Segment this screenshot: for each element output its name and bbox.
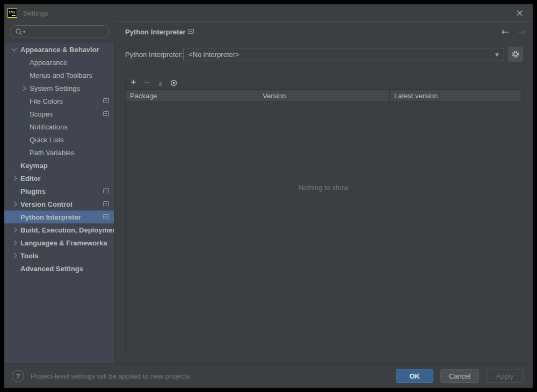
remove-package-button: − xyxy=(140,76,154,89)
close-icon[interactable]: × xyxy=(516,8,524,18)
chevron-right-icon[interactable] xyxy=(12,228,17,233)
empty-text: Nothing to show xyxy=(126,184,521,192)
sidebar-item-label: Languages & Frameworks xyxy=(20,239,107,247)
dialog-buttons: OK Cancel Apply xyxy=(396,369,524,383)
sidebar-item-path-variables[interactable]: Path Variables xyxy=(4,146,114,159)
sidebar-item-file-colors[interactable]: File Colors xyxy=(4,95,114,107)
project-scope-icon xyxy=(103,188,109,193)
packages-panel: + − ▲ PackageVersionLatest version Nothi… xyxy=(125,76,521,352)
sidebar-item-menus-and-toolbars[interactable]: Menus and Toolbars xyxy=(4,69,114,82)
sidebar-item-notifications[interactable]: Notifications xyxy=(4,120,114,133)
ok-button[interactable]: OK xyxy=(396,369,433,383)
project-scope-icon xyxy=(103,98,109,103)
settings-tree: Appearance & BehaviorAppearanceMenus and… xyxy=(4,43,114,364)
packages-table-body: Nothing to show xyxy=(126,102,521,352)
interpreter-select[interactable]: <No interpreter> ▼ xyxy=(183,48,504,61)
upgrade-package-button: ▲ xyxy=(154,76,167,89)
sidebar-item-python-interpreter[interactable]: Python Interpreter xyxy=(4,210,114,223)
sidebar-item-label: Notifications xyxy=(30,123,68,131)
sidebar-item-advanced-settings[interactable]: Advanced Settings xyxy=(4,262,114,275)
chevron-right-icon[interactable] xyxy=(21,86,26,91)
sidebar-item-label: File Colors xyxy=(30,97,63,105)
page-title: Python Interpreter xyxy=(125,28,186,36)
sidebar-item-version-control[interactable]: Version Control xyxy=(4,198,114,210)
chevron-right-icon[interactable] xyxy=(12,253,17,258)
column-header-package[interactable]: Package xyxy=(126,90,258,101)
sidebar-item-appearance[interactable]: Appearance xyxy=(4,56,114,69)
sidebar-item-label: Version Control xyxy=(20,200,72,208)
project-scope-icon xyxy=(103,214,109,219)
sidebar-item-plugins[interactable]: Plugins xyxy=(4,185,114,198)
interpreter-value: <No interpreter> xyxy=(188,50,240,59)
forward-icon: → xyxy=(518,26,525,37)
sidebar-item-appearance-behavior[interactable]: Appearance & Behavior xyxy=(4,43,114,56)
chevron-right-icon[interactable] xyxy=(12,202,17,207)
add-package-button[interactable]: + xyxy=(127,76,140,89)
packages-toolbar: + − ▲ xyxy=(126,76,521,89)
window-title: Settings xyxy=(23,9,48,17)
project-scope-icon xyxy=(188,29,194,34)
back-icon[interactable]: ← xyxy=(502,26,509,37)
gear-icon xyxy=(511,50,520,59)
interpreter-label: Python Interpreter: xyxy=(125,50,183,59)
logo-text: PC xyxy=(9,10,16,14)
sidebar-item-label: Scopes xyxy=(30,110,53,118)
settings-window: PC Settings × ▾ Appearance & Beha xyxy=(4,4,533,388)
gear-button[interactable] xyxy=(508,47,523,62)
sidebar-item-label: Keymap xyxy=(20,162,48,170)
column-header-latest-version[interactable]: Latest version xyxy=(389,90,521,101)
sidebar-item-label: Quick Lists xyxy=(30,136,64,144)
sidebar-item-label: Plugins xyxy=(20,187,46,195)
sidebar-item-keymap[interactable]: Keymap xyxy=(4,159,114,172)
cancel-button[interactable]: Cancel xyxy=(440,369,479,383)
project-scope-icon xyxy=(103,201,109,206)
show-early-releases-button[interactable] xyxy=(167,76,180,89)
sidebar-item-label: Tools xyxy=(20,252,39,260)
sidebar-item-build-execution-deployment[interactable]: Build, Execution, Deployment xyxy=(4,223,114,236)
sidebar: ▾ Appearance & BehaviorAppearanceMenus a… xyxy=(4,21,114,364)
sidebar-item-label: Advanced Settings xyxy=(20,265,83,273)
chevron-right-icon[interactable] xyxy=(12,176,17,181)
search-icon xyxy=(15,28,23,35)
chevron-down-icon: ▼ xyxy=(495,52,499,57)
pycharm-logo-icon: PC xyxy=(8,8,17,18)
sidebar-item-label: Python Interpreter xyxy=(20,213,81,221)
footer-message: Project-level settings will be applied t… xyxy=(31,372,190,380)
sidebar-item-label: Appearance xyxy=(30,59,67,67)
search-box[interactable]: ▾ xyxy=(10,25,110,38)
search-input[interactable] xyxy=(25,26,109,37)
sidebar-item-label: Build, Execution, Deployment xyxy=(20,226,114,234)
chevron-down-icon[interactable] xyxy=(12,46,17,51)
sidebar-item-scopes[interactable]: Scopes xyxy=(4,107,114,120)
chevron-right-icon[interactable] xyxy=(12,241,17,245)
footer-bar: ? Project-level settings will be applied… xyxy=(4,364,533,388)
sidebar-item-languages-frameworks[interactable]: Languages & Frameworks xyxy=(4,236,114,249)
eye-icon xyxy=(170,79,178,87)
sidebar-item-tools[interactable]: Tools xyxy=(4,249,114,262)
sidebar-item-quick-lists[interactable]: Quick Lists xyxy=(4,133,114,146)
search-area: ▾ xyxy=(4,21,114,43)
title-bar: PC Settings × xyxy=(4,4,533,21)
column-header-version[interactable]: Version xyxy=(258,90,389,101)
sidebar-item-system-settings[interactable]: System Settings xyxy=(4,82,114,95)
content-area: ▾ Appearance & BehaviorAppearanceMenus a… xyxy=(4,21,533,364)
sidebar-item-editor[interactable]: Editor xyxy=(4,172,114,185)
help-icon[interactable]: ? xyxy=(12,370,24,382)
apply-button[interactable]: Apply xyxy=(486,369,524,383)
sidebar-item-label: Editor xyxy=(20,175,41,183)
sidebar-item-label: Menus and Toolbars xyxy=(30,71,92,79)
packages-table-header: PackageVersionLatest version xyxy=(126,89,521,102)
screen: PC Settings × ▾ Appearance & Beha xyxy=(0,0,537,392)
project-scope-icon xyxy=(103,111,109,116)
sidebar-item-label: Appearance & Behavior xyxy=(20,46,99,54)
sidebar-item-label: Path Variables xyxy=(30,149,75,157)
sidebar-item-label: System Settings xyxy=(30,84,80,92)
main-panel: Python Interpreter ← → Python Interprete… xyxy=(114,21,533,364)
